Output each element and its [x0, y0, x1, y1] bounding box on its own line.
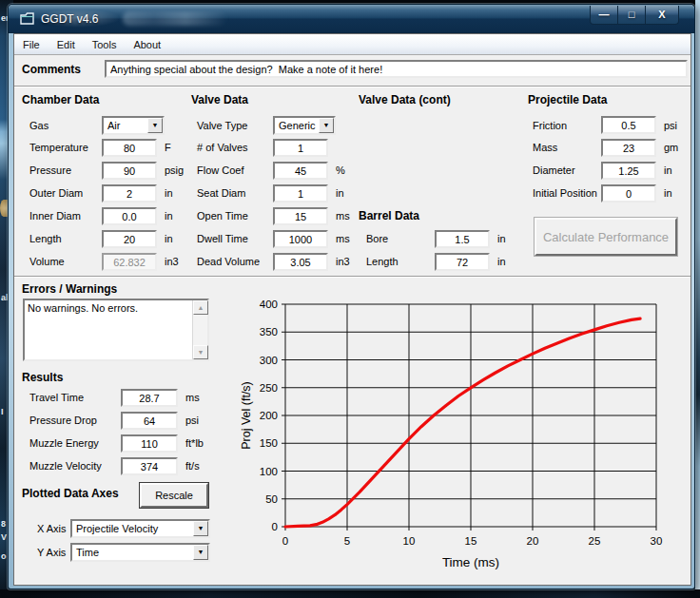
chevron-down-icon[interactable]: ▼: [193, 521, 208, 536]
bore-field[interactable]: [435, 230, 490, 248]
dead-volume-unit: in3: [336, 256, 350, 267]
valve-data-cont-title: Valve Data (cont): [359, 93, 451, 106]
mass-unit: gm: [664, 142, 678, 153]
chevron-down-icon[interactable]: ▼: [193, 545, 208, 560]
num-valves-field[interactable]: [273, 139, 328, 157]
scroll-down-icon[interactable]: ▼: [193, 345, 208, 359]
close-button[interactable]: X: [645, 6, 679, 25]
comments-label: Comments: [22, 63, 81, 76]
x-tick-label: 30: [651, 535, 663, 547]
errors-warnings-text: No warnings. No errors.: [28, 302, 138, 314]
app-icon: [20, 12, 34, 25]
open-time-unit: ms: [336, 210, 350, 222]
maximize-button[interactable]: □: [617, 6, 646, 25]
valve-type-label: Valve Type: [197, 120, 247, 131]
barrel-data-title: Barrel Data: [359, 209, 419, 222]
pressure-field[interactable]: [102, 162, 157, 180]
outer-diam-label: Outer Diam: [29, 187, 83, 199]
client-area: File Edit Tools About Comments Chamber D…: [13, 33, 691, 586]
background-text-fragment: 8: [1, 519, 6, 529]
scroll-up-icon[interactable]: ▲: [193, 300, 208, 315]
gas-value: Air: [107, 120, 120, 131]
pressure-drop-label: Pressure Drop: [29, 415, 97, 426]
friction-field[interactable]: [601, 116, 656, 134]
dwell-time-label: Dwell Time: [197, 233, 248, 244]
valve-type-combobox[interactable]: Generic ▼: [273, 116, 336, 135]
projectile-data-title: Projectile Data: [528, 93, 607, 106]
y-tick-label: 150: [260, 437, 278, 449]
muzzle-energy-field[interactable]: [121, 434, 178, 453]
menu-tools[interactable]: Tools: [84, 35, 126, 54]
dead-volume-label: Dead Volume: [197, 256, 260, 267]
y-axis-combobox[interactable]: Time ▼: [70, 543, 210, 562]
chamber-data-title: Chamber Data: [22, 93, 99, 106]
initial-position-field[interactable]: [601, 184, 656, 203]
chamber-length-field[interactable]: [102, 230, 157, 248]
x-tick-label: 0: [282, 535, 288, 547]
muzzle-velocity-field[interactable]: [121, 457, 178, 475]
rescale-button[interactable]: Rescale: [140, 483, 208, 508]
flow-coef-field[interactable]: [273, 162, 328, 180]
taskbar: [0, 589, 700, 598]
x-tick-label: 5: [344, 535, 350, 547]
chevron-down-icon[interactable]: ▼: [319, 118, 334, 133]
window-title: GGDT v4.6: [41, 12, 98, 26]
friction-label: Friction: [533, 120, 567, 131]
seat-diam-field[interactable]: [273, 184, 328, 203]
pressure-drop-unit: psi: [185, 415, 199, 426]
gas-combobox[interactable]: Air ▼: [102, 116, 165, 135]
x-axis-combobox[interactable]: Projectile Velocity ▼: [70, 519, 210, 538]
minimize-button[interactable]: —: [590, 6, 618, 25]
results-title: Results: [22, 371, 63, 384]
initial-position-unit: in: [664, 187, 672, 199]
comments-input[interactable]: [105, 60, 688, 78]
plotted-data-axes-title: Plotted Data Axes: [22, 487, 119, 500]
series-line: [285, 318, 640, 527]
chevron-down-icon[interactable]: ▼: [147, 118, 163, 133]
temperature-unit: F: [165, 142, 171, 153]
menu-file[interactable]: File: [14, 35, 49, 54]
bore-label: Bore: [366, 233, 388, 244]
outer-diam-field[interactable]: [102, 184, 157, 203]
seat-diam-unit: in: [336, 187, 344, 199]
dwell-time-unit: ms: [336, 233, 350, 244]
gas-label: Gas: [29, 120, 49, 131]
muzzle-velocity-unit: ft/s: [185, 460, 200, 472]
background-text-fragment: V: [1, 532, 7, 542]
y-tick-label: 50: [265, 493, 278, 505]
window-controls: — □ X: [591, 6, 679, 25]
x-axis-title: Time (ms): [442, 555, 499, 569]
initial-position-label: Initial Position: [533, 187, 597, 199]
pressure-drop-field[interactable]: [121, 412, 178, 430]
y-tick-label: 350: [260, 326, 278, 338]
volume-label: Volume: [29, 256, 65, 267]
titlebar[interactable]: GGDT v4.6 — □ X: [9, 5, 694, 33]
calculate-performance-button[interactable]: Calculate Performance: [535, 218, 677, 256]
chamber-length-label: Length: [29, 233, 62, 244]
errors-warnings-box[interactable]: No warnings. No errors. ▲ ▼: [23, 299, 209, 361]
barrel-length-unit: in: [497, 256, 506, 267]
open-time-field[interactable]: [273, 207, 328, 225]
bore-unit: in: [497, 233, 506, 244]
scrollbar[interactable]: ▲ ▼: [192, 300, 207, 359]
temperature-field[interactable]: [102, 139, 157, 157]
inner-diam-field[interactable]: [102, 207, 157, 225]
diameter-field[interactable]: [601, 162, 656, 180]
performance-chart: 051015202530050100150200250300350400Time…: [233, 291, 680, 581]
divider: [14, 86, 690, 87]
dead-volume-field[interactable]: [273, 253, 328, 271]
flow-coef-unit: %: [336, 164, 345, 176]
valve-type-value: Generic: [279, 120, 316, 131]
x-axis-value: Projectile Velocity: [76, 523, 158, 534]
dwell-time-field[interactable]: [273, 230, 328, 248]
diameter-unit: in: [664, 164, 672, 176]
menu-edit[interactable]: Edit: [49, 35, 84, 54]
mass-field[interactable]: [601, 139, 656, 157]
background-window-sliver: [695, 0, 700, 598]
chart-svg: 051015202530050100150200250300350400Time…: [233, 291, 680, 581]
travel-time-field[interactable]: [121, 389, 178, 407]
muzzle-energy-label: Muzzle Energy: [29, 437, 99, 449]
menu-about[interactable]: About: [125, 35, 169, 54]
background-title-ghost: [123, 11, 227, 26]
barrel-length-field[interactable]: [435, 253, 490, 271]
